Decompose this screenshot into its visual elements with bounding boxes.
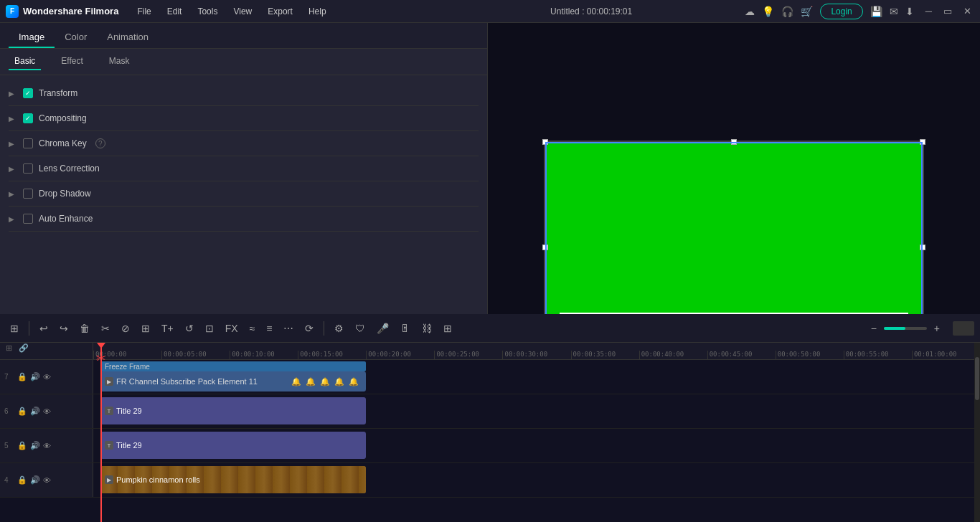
clip-title-label-5: Title 29	[116, 441, 142, 450]
compositing-checkbox[interactable]	[23, 113, 33, 123]
prop-chroma-key[interactable]: ▶ Chroma Key ?	[9, 131, 479, 156]
track-mute-icon-6[interactable]: 🔊	[30, 407, 40, 416]
cut-button[interactable]: ✂	[97, 320, 114, 337]
autoenhance-checkbox[interactable]	[23, 214, 33, 224]
clip-freeze-frame[interactable]: Freeze Frame	[100, 361, 366, 371]
clip-subscribe-pack[interactable]: ▶ FR Channel Subscribe Pack Element 11 🔔…	[100, 371, 366, 392]
menu-help[interactable]: Help	[301, 4, 334, 19]
text-button[interactable]: T+	[157, 320, 178, 337]
timeline-scrollbar-thumb[interactable]	[975, 357, 979, 400]
crop-button[interactable]: ⊡	[201, 320, 218, 337]
logo-icon: F	[6, 5, 19, 18]
download-icon[interactable]: ⬇	[905, 6, 914, 17]
compositing-expand-icon: ▶	[9, 115, 17, 123]
prop-auto-enhance[interactable]: ▶ Auto Enhance	[9, 207, 479, 232]
equalizer-button[interactable]: ≡	[262, 320, 276, 337]
track-eye-icon-5[interactable]: 👁	[43, 442, 51, 450]
track-mute-icon-4[interactable]: 🔊	[30, 475, 40, 485]
track-eye-icon-6[interactable]: 👁	[43, 407, 51, 416]
handle-tl[interactable]	[542, 139, 548, 145]
idea-icon[interactable]: 💡	[762, 6, 774, 17]
settings-button[interactable]: ⚙	[330, 320, 348, 337]
split-button[interactable]: ⊞	[137, 320, 154, 337]
shield-button[interactable]: 🛡	[351, 320, 369, 337]
track-mute-icon-7[interactable]: 🔊	[30, 372, 40, 381]
ripple-button[interactable]: ↺	[181, 320, 198, 337]
track-lock-icon-7[interactable]: 🔒	[17, 372, 27, 381]
menu-edit[interactable]: Edit	[160, 4, 189, 19]
menu-export[interactable]: Export	[260, 4, 300, 19]
dropshadow-label: Drop Shadow	[39, 189, 91, 199]
tab-image[interactable]: Image	[9, 27, 55, 48]
track-row-6: 6 🔒 🔊 👁 T Title 29	[0, 394, 980, 429]
transform-expand-icon: ▶	[9, 90, 17, 98]
login-button[interactable]: Login	[820, 4, 862, 19]
dropshadow-checkbox[interactable]	[23, 189, 33, 199]
chromakey-checkbox[interactable]	[23, 138, 33, 148]
cart-icon[interactable]: 🛒	[801, 6, 813, 17]
chromakey-help-icon[interactable]: ?	[95, 138, 105, 148]
topbar-icons: ☁ 💡 🎧 🛒 Login 💾 ✉ ⬇	[745, 4, 913, 19]
zoom-in-button[interactable]: +	[930, 320, 944, 337]
fx-button[interactable]: FX	[221, 320, 242, 337]
handle-ml[interactable]	[542, 245, 548, 250]
clip-title-6[interactable]: T Title 29	[100, 397, 366, 424]
prop-transform[interactable]: ▶ Transform	[9, 81, 479, 106]
tab-animation[interactable]: Animation	[97, 27, 159, 48]
prop-compositing[interactable]: ▶ Compositing	[9, 106, 479, 131]
tab-color[interactable]: Color	[55, 27, 97, 48]
menu-tools[interactable]: Tools	[190, 4, 225, 19]
save-icon[interactable]: 💾	[870, 6, 882, 17]
clip-pumpkin[interactable]: ▶ Pumpkin cinnamon rolls	[100, 466, 366, 493]
track-num-5: 5	[4, 442, 14, 450]
track-content-6: T Title 29	[93, 394, 980, 428]
prop-lens-correction[interactable]: ▶ Lens Correction	[9, 156, 479, 181]
mail-icon[interactable]: ✉	[890, 6, 898, 17]
track-lock-icon-4[interactable]: 🔒	[17, 475, 27, 485]
zoom-track[interactable]	[884, 327, 927, 330]
cloud-icon[interactable]: ☁	[745, 6, 755, 17]
timeline-scrollbar[interactable]	[974, 343, 980, 522]
no-cut-button[interactable]: ⊘	[117, 320, 134, 337]
lens-checkbox[interactable]	[23, 163, 33, 174]
subtab-mask[interactable]: Mask	[103, 53, 136, 70]
redo-button[interactable]: ↪	[55, 320, 72, 337]
mic-button[interactable]: 🎤	[372, 320, 393, 337]
delete-button[interactable]: 🗑	[75, 320, 94, 337]
clip-freeze-label: Freeze Frame	[105, 363, 150, 371]
toolbar-separator-2	[324, 321, 324, 336]
color-button[interactable]: ⟳	[301, 320, 318, 337]
track-toggle-button[interactable]: ⊞	[439, 320, 456, 337]
minimize-button[interactable]: ─	[923, 4, 935, 18]
topbar: F Wondershare Filmora File Edit Tools Vi…	[0, 0, 980, 23]
clip-title-5[interactable]: T Title 29	[100, 432, 366, 459]
track-mute-icon-5[interactable]: 🔊	[30, 441, 40, 450]
handle-mr[interactable]	[920, 245, 925, 250]
track-lock-icon-5[interactable]: 🔒	[17, 441, 27, 450]
subtab-basic[interactable]: Basic	[9, 53, 41, 70]
bell-5: 🔔	[349, 377, 359, 386]
handle-tr[interactable]	[920, 139, 925, 145]
bell-2: 🔔	[306, 377, 316, 386]
headset-icon[interactable]: 🎧	[781, 6, 793, 17]
motion-button[interactable]: ≈	[245, 320, 260, 337]
undo-button[interactable]: ↩	[35, 320, 52, 337]
handle-tm[interactable]	[731, 139, 737, 145]
toolbar-separator-1	[29, 321, 29, 336]
track-lock-icon-6[interactable]: 🔒	[17, 407, 27, 416]
track-content-5: T Title 29	[93, 429, 980, 462]
connect-button[interactable]: ⛓	[418, 320, 436, 337]
subtab-effect[interactable]: Effect	[55, 53, 88, 70]
transform-checkbox[interactable]	[23, 88, 33, 98]
track-eye-icon-4[interactable]: 👁	[43, 476, 51, 485]
menu-view[interactable]: View	[226, 4, 259, 19]
track-eye-icon-7[interactable]: 👁	[43, 373, 51, 381]
close-button[interactable]: ✕	[961, 4, 974, 18]
speed-button[interactable]: ⋯	[279, 320, 298, 337]
maximize-button[interactable]: ▭	[941, 4, 955, 18]
zoom-out-button[interactable]: −	[867, 320, 881, 337]
audio-adj-button[interactable]: 🎚	[396, 320, 415, 337]
menu-file[interactable]: File	[130, 4, 158, 19]
grid-tool-button[interactable]: ⊞	[6, 320, 23, 337]
prop-drop-shadow[interactable]: ▶ Drop Shadow	[9, 181, 479, 207]
